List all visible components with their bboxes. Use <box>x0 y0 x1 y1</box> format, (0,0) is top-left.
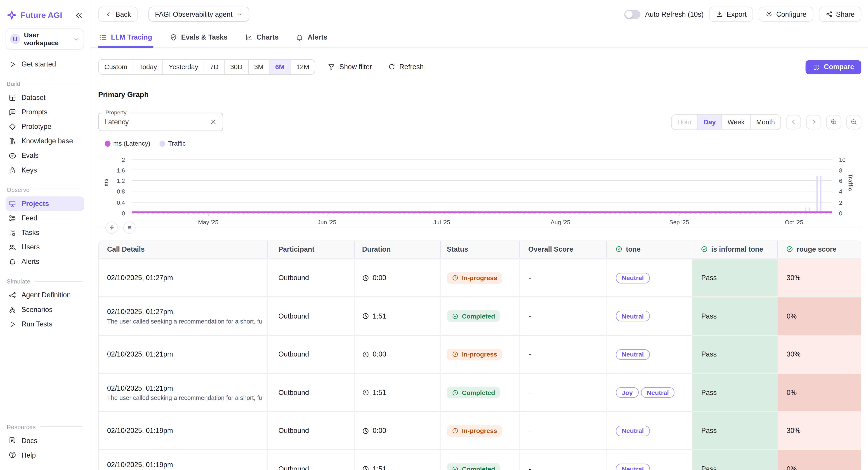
sidebar-item-users[interactable]: Users <box>6 240 84 254</box>
table-row[interactable]: 02/10/2025, 01:21pm Outbound 0:00 In-pro… <box>99 335 861 373</box>
axis-swap-button[interactable] <box>105 221 118 233</box>
informal-tone-cell: Pass <box>692 297 778 335</box>
show-filter-button[interactable]: Show filter <box>324 62 375 71</box>
sidebar-item-feed[interactable]: Feed <box>6 211 84 225</box>
tone-badge: Neutral <box>616 464 650 470</box>
call-summary: The user called seeking a recommendation… <box>107 394 262 401</box>
sidebar-item-docs[interactable]: Docs <box>6 433 84 448</box>
col-participant[interactable]: Participant <box>268 241 355 258</box>
shield-check-icon <box>169 33 177 41</box>
granularity-month[interactable]: Month <box>751 115 780 129</box>
range-today[interactable]: Today <box>133 60 163 74</box>
feed-list-icon <box>8 214 17 222</box>
auto-refresh-toggle[interactable]: Auto Refresh (10s) <box>625 10 704 19</box>
line-chart-icon <box>245 33 253 41</box>
range-yesterday[interactable]: Yesterday <box>163 60 204 74</box>
sidebar-item-scenarios[interactable]: Scenarios <box>6 303 84 317</box>
sidebar-item-alerts[interactable]: Alerts <box>6 254 84 269</box>
sidebar-item-dataset[interactable]: Dataset <box>6 90 84 105</box>
status-badge: Completed <box>447 386 500 398</box>
gear-icon <box>766 11 773 18</box>
workspace-selector[interactable]: U User workspace <box>6 29 84 50</box>
sidebar-item-run-tests[interactable]: Run Tests <box>6 317 84 332</box>
clock-icon <box>362 274 369 281</box>
col-overall-score[interactable]: Overall Score <box>520 241 607 258</box>
col-status[interactable]: Status <box>441 241 520 258</box>
sidebar-item-prompts[interactable]: Prompts <box>6 105 84 119</box>
table-row[interactable]: 02/10/2025, 01:19pm The user called seek… <box>99 449 861 470</box>
sidebar-item-get-started[interactable]: Get started <box>6 57 84 71</box>
legend-item-traffic: Traffic <box>160 140 186 147</box>
sidebar-collapse-button[interactable] <box>75 11 83 19</box>
tone-badge: Neutral <box>616 273 650 283</box>
range-12m[interactable]: 12M <box>291 60 315 74</box>
clear-property-button[interactable] <box>210 118 217 125</box>
sidebar-item-keys[interactable]: Keys <box>6 163 84 178</box>
export-button[interactable]: Export <box>709 7 753 22</box>
chart-plot[interactable]: 000.420.841.261.68210May '25Jun '25Jul '… <box>131 160 832 213</box>
compare-button[interactable]: Compare <box>805 60 861 74</box>
sidebar-item-label: Projects <box>22 200 49 208</box>
participant-cell: Outbound <box>268 374 355 411</box>
participant-cell: Outbound <box>268 259 355 296</box>
back-button[interactable]: Back <box>98 7 138 22</box>
clock-icon <box>362 465 369 470</box>
bell-icon <box>296 33 304 41</box>
range-3m[interactable]: 3M <box>249 60 270 74</box>
rouge-score-cell: 30% <box>778 259 861 296</box>
zoom-in-button[interactable] <box>826 115 841 129</box>
range-30d[interactable]: 30D <box>225 60 249 74</box>
sidebar-item-projects[interactable]: Projects <box>6 196 84 211</box>
configure-button[interactable]: Configure <box>759 7 813 22</box>
sidebar-item-knowledge-base[interactable]: Knowledge base <box>6 134 84 148</box>
call-date: 02/10/2025, 01:27pm <box>107 274 173 282</box>
tone-cell: Neutral <box>607 297 692 335</box>
granularity-hour[interactable]: Hour <box>672 115 698 129</box>
granularity-week[interactable]: Week <box>722 115 751 129</box>
col-call-details[interactable]: Call Details <box>99 241 268 258</box>
sidebar-item-agent-definition[interactable]: Agent Definition <box>6 288 84 302</box>
status-cell: In-progress <box>441 336 520 373</box>
graph-controls-row: Property Latency Hour Day Week Month <box>98 113 861 131</box>
zoom-out-button[interactable] <box>846 115 862 129</box>
refresh-button[interactable]: Refresh <box>384 62 427 71</box>
granularity-day[interactable]: Day <box>698 115 722 129</box>
tab-evals-tasks[interactable]: Evals & Tasks <box>168 31 228 48</box>
pan-left-button[interactable] <box>786 115 801 129</box>
share-button[interactable]: Share <box>819 7 861 22</box>
status-badge: In-progress <box>447 272 502 284</box>
property-field[interactable]: Property Latency <box>98 113 223 131</box>
section-build: Build <box>7 80 83 87</box>
project-selector[interactable]: FAGI Observability agent <box>148 7 249 22</box>
col-is-informal-tone[interactable]: is informal tone <box>692 241 778 258</box>
duration-cell: 1:51 <box>355 450 441 470</box>
tone-cell: Neutral <box>607 336 692 373</box>
sidebar-item-prototype[interactable]: Prototype <box>6 119 84 134</box>
sidebar-item-evals[interactable]: Evals <box>6 148 84 163</box>
chevron-down-icon <box>73 36 80 42</box>
col-duration[interactable]: Duration <box>355 241 441 258</box>
sidebar-item-tasks[interactable]: Tasks <box>6 225 84 240</box>
table-row[interactable]: 02/10/2025, 01:27pm Outbound 0:00 In-pro… <box>99 258 861 296</box>
sidebar-item-label: Users <box>22 243 40 251</box>
traffic-legend-dot <box>160 140 165 147</box>
toggle-off-switch[interactable] <box>625 10 641 19</box>
range-custom[interactable]: Custom <box>99 60 133 74</box>
tab-charts[interactable]: Charts <box>244 31 280 48</box>
section-simulate: Simulate <box>7 278 83 285</box>
zoom-out-icon <box>850 118 857 125</box>
table-row[interactable]: 02/10/2025, 01:19pm Outbound 0:00 In-pro… <box>99 411 861 449</box>
table-row[interactable]: 02/10/2025, 01:27pm The user called seek… <box>99 296 861 335</box>
pan-right-button[interactable] <box>806 115 821 129</box>
tab-alerts[interactable]: Alerts <box>295 31 329 48</box>
col-tone[interactable]: tone <box>607 241 692 258</box>
range-7d[interactable]: 7D <box>204 60 225 74</box>
table-row[interactable]: 02/10/2025, 01:21pm The user called seek… <box>99 373 861 411</box>
col-rouge-score[interactable]: rouge score <box>778 241 861 258</box>
duration-cell: 1:51 <box>355 374 441 411</box>
tab-llm-tracing[interactable]: LLM Tracing <box>98 31 153 48</box>
range-6m[interactable]: 6M <box>270 60 291 74</box>
chevron-left-icon <box>790 118 797 125</box>
sidebar-item-help[interactable]: Help <box>6 448 84 462</box>
drag-handle-icon[interactable] <box>123 221 135 233</box>
